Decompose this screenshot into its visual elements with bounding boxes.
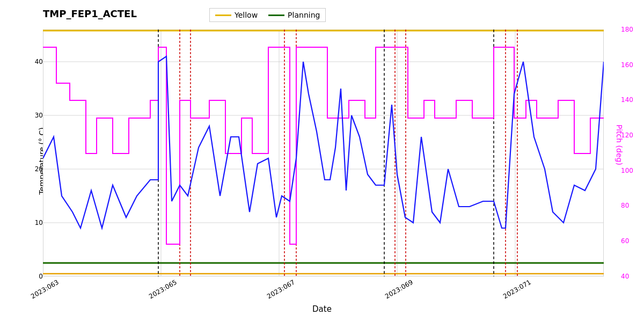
ytick-30: 30 — [35, 112, 43, 119]
yellow-line-icon — [215, 14, 231, 16]
y-axis-right: 40 60 80 100 120 140 160 180 — [620, 30, 636, 276]
ytick-right-80: 80 — [621, 202, 629, 209]
ytick-20: 20 — [35, 165, 43, 173]
ytick-right-180: 180 — [621, 26, 633, 33]
xtick-067: 2023:067 — [266, 279, 296, 301]
planning-label: Planning — [288, 11, 320, 19]
main-chart-svg — [43, 30, 604, 276]
ytick-right-160: 160 — [621, 61, 633, 69]
xtick-063: 2023:063 — [30, 279, 60, 301]
xtick-065: 2023:065 — [148, 279, 178, 301]
chart-title: TMP_FEP1_ACTEL — [43, 8, 137, 19]
yellow-label: Yellow — [235, 11, 258, 19]
y-axis-left: 0 10 20 30 40 — [30, 30, 43, 276]
planning-line-icon — [268, 14, 284, 16]
ytick-0: 0 — [39, 273, 43, 280]
ytick-right-140: 140 — [621, 96, 633, 104]
xtick-071: 2023:071 — [502, 279, 532, 301]
legend-planning: Planning — [268, 11, 320, 19]
ytick-right-100: 100 — [621, 167, 633, 174]
x-axis: 2023:063 2023:065 2023:067 2023:069 2023… — [43, 286, 604, 297]
ytick-right-120: 120 — [621, 131, 633, 139]
legend-yellow: Yellow — [215, 11, 258, 19]
x-axis-label: Date — [312, 304, 332, 314]
ytick-10: 10 — [35, 219, 43, 226]
chart-container: TMP_FEP1_ACTEL Yellow Planning Temperatu… — [0, 0, 644, 322]
ytick-right-60: 60 — [621, 237, 629, 245]
xtick-069: 2023:069 — [384, 279, 414, 301]
ytick-40: 40 — [35, 58, 43, 65]
ytick-right-40: 40 — [621, 273, 629, 280]
legend: Yellow Planning — [209, 8, 326, 22]
